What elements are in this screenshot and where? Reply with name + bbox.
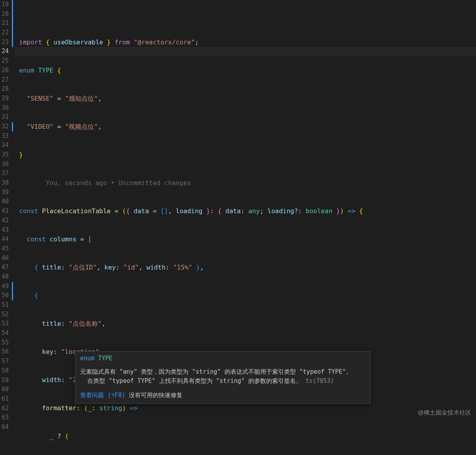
hover-diagnostic-popup: enum TYPE 元素隐式具有 "any" 类型，因为类型为 "string"… [75,351,370,404]
hover-message: 元素隐式具有 "any" 类型，因为类型为 "string" 的表达式不能用于索… [75,364,370,388]
code-line[interactable]: { [19,291,476,300]
code-line[interactable]: } [19,150,476,160]
git-modified-indicator [12,0,13,47]
git-indicator-bar [11,0,14,455]
git-modified-indicator [12,291,13,301]
code-line[interactable]: import { useObservable } from "@reactorx… [19,38,476,47]
code-line[interactable]: formatter: (_: string) => [19,403,476,413]
git-modified-indicator [12,282,13,291]
code-line[interactable]: _ ? ( [19,432,476,441]
hover-footer: 查看问题 (⌥F8) 没有可用的快速修复 [75,388,370,403]
keyword: import [19,38,42,46]
code-line[interactable]: enum TYPE { [19,66,476,75]
code-line[interactable]: { title: "点位ID", key: "id", width: "15%"… [19,263,476,272]
code-line[interactable]: const PlaceLocationTable = ({ data = [],… [19,206,476,216]
line-number-gutter: 1920212223242526272829303132333435363738… [0,0,11,455]
watermark: @稀土掘金技术社区 [418,408,471,417]
gitlens-annotation: You, seconds ago • Uncommitted changes [19,178,476,188]
active-line-highlight [14,47,476,57]
hover-header: enum TYPE [75,352,370,364]
git-modified-indicator [12,122,13,132]
code-line[interactable]: "VIDEO" = "视频点位", [19,122,476,132]
code-line[interactable]: const columns = [ [19,235,476,244]
code-line[interactable]: title: "点位名称", [19,319,476,329]
code-line[interactable]: "SENSE" = "感知点位", [19,94,476,103]
view-problem-link[interactable]: 查看问题 (⌥F8) [80,392,125,399]
no-quickfix-label: 没有可用的快速修复 [129,392,182,399]
